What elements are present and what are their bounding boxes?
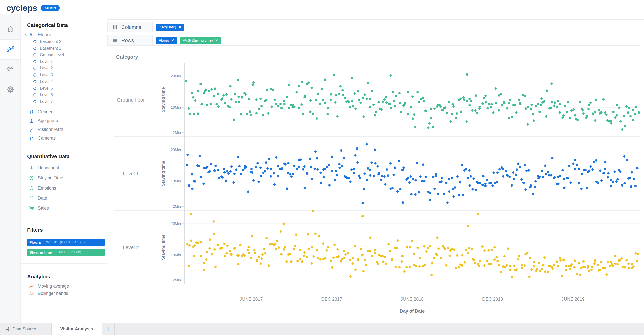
pill-avg-staying-time[interactable]: AVG(Staying time) × xyxy=(180,37,221,44)
analytics-items: Moving average Bollinger bands xyxy=(21,283,107,297)
floor-item-level-1[interactable]: Level 1 xyxy=(21,58,107,65)
sidebar-divider xyxy=(21,147,107,147)
remove-pill-icon[interactable]: × xyxy=(171,38,174,42)
cart-icon xyxy=(29,206,34,211)
floor-item-basement-2[interactable]: Basement 2 xyxy=(21,38,107,45)
rows-chips: Floors × AVG(Staying time) × xyxy=(153,35,221,45)
field-staying-time[interactable]: Staying Time xyxy=(21,173,107,183)
person-icon xyxy=(29,166,34,170)
panel-row-label: Level 2 xyxy=(123,245,139,250)
settings-gear-icon xyxy=(6,85,14,94)
field-headcount[interactable]: Headcount xyxy=(21,163,107,173)
y-tick-label: 2Min xyxy=(173,130,181,135)
nav-cameras[interactable] xyxy=(0,60,20,80)
floor-item-ground-level[interactable]: Ground Level xyxy=(21,52,107,58)
radio-circle-icon xyxy=(33,47,37,50)
scatter-chart: 20Min10Min2MinGround floorStaying time20… xyxy=(107,60,644,321)
scatter-points-level-1[interactable] xyxy=(186,143,638,204)
data-sidebar: Categorical Data # Floors Basement 2 Bas… xyxy=(21,14,107,323)
radio-circle-icon xyxy=(33,40,37,43)
tab-data-source[interactable]: Data Source xyxy=(0,323,52,335)
pill-label: AVG(Staying time) xyxy=(183,38,213,42)
camera-icon xyxy=(29,136,34,141)
radio-circle-icon xyxy=(33,73,37,77)
floor-item-level-4[interactable]: Level 4 xyxy=(21,78,107,85)
field-date[interactable]: Date xyxy=(21,193,107,203)
radio-circle-icon xyxy=(33,93,37,97)
nav-settings[interactable] xyxy=(0,80,20,100)
database-icon xyxy=(5,327,9,332)
columns-shelf-label: Columns xyxy=(108,22,153,32)
rows-shelf: Rows Floors × AVG(Staying time) × xyxy=(107,35,640,46)
floor-item-level-2[interactable]: Level 2 xyxy=(21,65,107,72)
y-tick-label: 10Min xyxy=(171,179,181,183)
admin-badge: ADMIN xyxy=(41,5,60,11)
quantitative-items: Headcount Staying Time Emotions Date Sal… xyxy=(21,163,107,213)
pill-floors[interactable]: Floors × xyxy=(156,37,177,44)
filter-floors[interactable]: Floors EXCLUDE(B2,B1,3,4,5,6,7) xyxy=(27,239,105,246)
field-sales[interactable]: Sales xyxy=(21,203,107,213)
pill-day-date[interactable]: DAY(Date) × xyxy=(156,24,184,31)
floor-item-level-3[interactable]: Level 3 xyxy=(21,72,107,79)
rows-icon xyxy=(113,38,117,43)
floor-item-basement-1[interactable]: Basement 1 xyxy=(21,45,107,52)
filter-staying-time[interactable]: Staying time LEAST(00:02:00) xyxy=(27,249,105,256)
remove-pill-icon[interactable]: × xyxy=(215,38,218,42)
field-age-group[interactable]: Age group xyxy=(21,116,107,125)
chart-category-title: Category xyxy=(116,54,138,60)
y-tick-label: 10Min xyxy=(171,253,181,257)
field-gender[interactable]: Gender xyxy=(21,107,107,116)
field-emotions[interactable]: Emotions xyxy=(21,183,107,193)
columns-chips: DAY(Date) × xyxy=(153,22,184,32)
hourglass-icon xyxy=(29,118,34,123)
tab-visitor-analysis[interactable]: Visitor Analysis xyxy=(52,323,102,335)
field-floors[interactable]: # Floors xyxy=(21,31,107,38)
y-tick-label: 20Min xyxy=(171,147,181,152)
clock-icon xyxy=(29,176,34,180)
radio-circle-icon xyxy=(33,66,37,70)
columns-icon xyxy=(113,25,117,30)
smiley-icon xyxy=(29,186,34,191)
radio-circle-icon xyxy=(33,60,37,63)
radio-circle-icon xyxy=(33,100,37,103)
quantitative-data-title: Quantitative Data xyxy=(27,153,70,159)
analytics-moving-average[interactable]: Moving average xyxy=(21,283,107,290)
nav-home[interactable] xyxy=(0,19,20,40)
analytics-bollinger-bands[interactable]: Bollinger bands xyxy=(21,290,107,297)
chevron-up-icon[interactable] xyxy=(24,32,27,37)
panel-row-label: Level 1 xyxy=(123,171,139,176)
x-tick-label: DEC 2018 xyxy=(482,297,503,302)
floor-item-level-5[interactable]: Level 5 xyxy=(21,85,107,92)
y-tick-label: 2Min xyxy=(173,278,181,282)
nav-analytics[interactable] xyxy=(0,40,20,60)
field-label: Floors xyxy=(38,32,51,38)
y-axis-title: Staying time xyxy=(161,235,166,260)
pill-label: DAY(Date) xyxy=(159,25,176,29)
remove-pill-icon[interactable]: × xyxy=(179,25,181,29)
categorical-items: Gender Age group Visitors’ Path Cameras xyxy=(21,107,107,143)
scatter-points-level-2[interactable] xyxy=(186,210,639,278)
gender-icon xyxy=(29,109,34,115)
floor-item-level-7[interactable]: Level 7 xyxy=(21,98,107,105)
new-tab-button[interactable]: + xyxy=(102,323,115,335)
analytics-icon xyxy=(6,45,14,54)
scatter-points-ground-floor[interactable] xyxy=(185,73,640,131)
radio-circle-icon xyxy=(33,53,37,57)
field-cameras[interactable]: Cameras xyxy=(21,134,107,143)
categorical-data-title: Categorical Data xyxy=(27,22,68,28)
x-axis-title: Day of Date xyxy=(400,309,425,314)
floor-item-level-6[interactable]: Level 6 xyxy=(21,92,107,98)
sidebar-divider xyxy=(21,219,107,219)
panel-row-label: Ground floor xyxy=(117,97,145,103)
hash-icon: # xyxy=(30,32,32,38)
path-icon xyxy=(29,127,34,132)
bottom-tab-bar: Data Source Visitor Analysis + xyxy=(0,323,644,335)
home-icon xyxy=(7,25,14,34)
main-top-border xyxy=(107,19,644,20)
radio-circle-icon xyxy=(33,87,37,90)
calendar-icon xyxy=(29,196,34,201)
app-logo-row: cyclops ADMIN xyxy=(6,2,60,14)
field-visitors-path[interactable]: Visitors’ Path xyxy=(21,125,107,134)
y-tick-label: 10Min xyxy=(171,105,181,109)
x-tick-label: JUNE 2017 xyxy=(240,297,263,302)
